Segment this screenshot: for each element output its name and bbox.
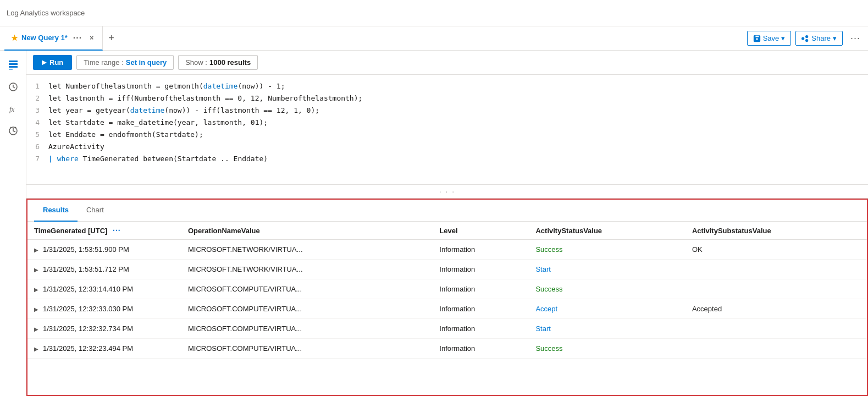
share-chevron-icon: ▾	[833, 34, 837, 42]
code-line-5: 5 let Enddate = endofmonth(Startdate);	[26, 130, 868, 142]
clock-icon	[8, 126, 18, 136]
cell-status: Start	[529, 260, 685, 279]
save-chevron-icon: ▾	[781, 34, 785, 42]
results-tbody: ▶1/31/2025, 1:53:51.900 PM MICROSOFT.NET…	[27, 240, 867, 359]
tab-close-icon[interactable]: ×	[87, 34, 96, 42]
cell-time: ▶1/31/2025, 1:53:51.900 PM	[27, 240, 181, 260]
tab-chart[interactable]: Chart	[78, 200, 113, 222]
cell-operation: MICROSOFT.NETWORK/VIRTUA...	[181, 260, 433, 279]
table-row: ▶1/31/2025, 1:53:51.712 PM MICROSOFT.NET…	[27, 260, 867, 279]
cell-time: ▶1/31/2025, 12:32:33.030 PM	[27, 299, 181, 319]
table-header-row: TimeGenerated [UTC] ··· OperationNameVal…	[27, 222, 867, 240]
tab-bar-right: Save ▾ Share ▾ ···	[747, 31, 864, 46]
cell-level: Information	[433, 240, 529, 260]
col-header-time: TimeGenerated [UTC] ···	[27, 222, 181, 240]
cell-time: ▶1/31/2025, 12:32:32.734 PM	[27, 319, 181, 339]
chart-tab-label: Chart	[86, 206, 104, 214]
cell-status: Success	[529, 240, 685, 260]
code-line-6: 6 AzureActivity	[26, 142, 868, 154]
time-range-label: Time range :	[84, 58, 124, 67]
table-row: ▶1/31/2025, 12:33:14.410 PM MICROSOFT.CO…	[27, 279, 867, 299]
show-results-button[interactable]: Show : 1000 results	[178, 55, 258, 70]
cell-substatus: Accepted	[685, 299, 867, 319]
results-area: Results Chart TimeGenerated [UTC] ·	[26, 199, 868, 396]
save-label: Save	[763, 34, 779, 42]
time-range-button[interactable]: Time range : Set in query	[76, 55, 174, 70]
tab-more-icon[interactable]: ···	[71, 33, 84, 43]
code-line-7: 7 | where TimeGenerated between(Startdat…	[26, 154, 868, 166]
functions-icon: fx	[8, 104, 18, 114]
share-label: Share	[811, 34, 831, 42]
cell-operation: MICROSOFT.COMPUTE/VIRTUA...	[181, 299, 433, 319]
table-row: ▶1/31/2025, 1:53:51.900 PM MICROSOFT.NET…	[27, 240, 867, 260]
row-expand-button[interactable]: ▶	[34, 247, 38, 253]
svg-rect-0	[9, 61, 18, 62]
row-expand-button[interactable]: ▶	[34, 346, 38, 352]
share-button[interactable]: Share ▾	[795, 31, 843, 46]
col-header-status: ActivityStatusValue	[529, 222, 685, 240]
col-header-substatus: ActivitySubstatusValue	[685, 222, 867, 240]
code-line-1: 1 let Numberofthelastmonth = getmonth(da…	[26, 81, 868, 94]
tables-icon	[8, 60, 18, 70]
editor-area: ▶ Run Time range : Set in query Show : 1…	[26, 51, 868, 396]
query-tab[interactable]: ★ New Query 1* ··· ×	[4, 26, 103, 51]
run-icon: ▶	[42, 59, 46, 66]
col-header-level: Level	[433, 222, 529, 240]
app-container: Log Analytics workspace ★ New Query 1* ·…	[0, 0, 868, 396]
cell-operation: MICROSOFT.NETWORK/VIRTUA...	[181, 240, 433, 260]
app-title: Log Analytics workspace	[7, 9, 85, 17]
tab-bar: ★ New Query 1* ··· × + Save ▾ Share ▾ ··…	[0, 26, 868, 51]
cell-operation: MICROSOFT.COMPUTE/VIRTUA...	[181, 339, 433, 359]
cell-level: Information	[433, 299, 529, 319]
sidebar-item-functions[interactable]: fx	[3, 99, 23, 119]
tab-bar-left: ★ New Query 1* ··· × +	[4, 26, 120, 51]
new-tab-button[interactable]: +	[103, 32, 120, 44]
tab-label: New Query 1*	[21, 34, 68, 42]
save-icon	[753, 35, 761, 42]
cell-time: ▶1/31/2025, 12:32:23.494 PM	[27, 339, 181, 359]
sidebar-item-history[interactable]	[3, 77, 23, 97]
svg-rect-3	[9, 69, 13, 70]
save-button[interactable]: Save ▾	[747, 31, 792, 46]
cell-status: Start	[529, 319, 685, 339]
row-expand-button[interactable]: ▶	[34, 326, 38, 332]
cell-substatus	[685, 319, 867, 339]
code-line-2: 2 let lastmonth = iff(Numberofthelastmon…	[26, 94, 868, 106]
cell-status: Success	[529, 339, 685, 359]
tab-results[interactable]: Results	[34, 200, 78, 222]
table-row: ▶1/31/2025, 12:32:23.494 PM MICROSOFT.CO…	[27, 339, 867, 359]
row-expand-button[interactable]: ▶	[34, 267, 38, 273]
cell-substatus	[685, 279, 867, 299]
cell-time: ▶1/31/2025, 12:33:14.410 PM	[27, 279, 181, 299]
cell-operation: MICROSOFT.COMPUTE/VIRTUA...	[181, 279, 433, 299]
svg-rect-1	[9, 63, 18, 65]
code-line-4: 4 let Startdate = make_datetime(year, la…	[26, 118, 868, 130]
table-row: ▶1/31/2025, 12:32:32.734 PM MICROSOFT.CO…	[27, 319, 867, 339]
cell-time: ▶1/31/2025, 1:53:51.712 PM	[27, 260, 181, 279]
run-button[interactable]: ▶ Run	[33, 55, 72, 70]
row-expand-button[interactable]: ▶	[34, 306, 38, 312]
more-options-icon[interactable]: ···	[847, 32, 864, 44]
show-value: 1000 results	[209, 58, 251, 67]
table-row: ▶1/31/2025, 12:32:33.030 PM MICROSOFT.CO…	[27, 299, 867, 319]
run-label: Run	[49, 58, 63, 67]
tab-star-icon: ★	[11, 34, 18, 42]
time-range-value: Set in query	[126, 58, 167, 67]
sidebar-item-clock[interactable]	[3, 121, 23, 141]
code-editor[interactable]: 1 let Numberofthelastmonth = getmonth(da…	[26, 75, 868, 185]
sidebar-item-tables[interactable]	[3, 55, 23, 75]
top-bar-left: Log Analytics workspace	[7, 9, 85, 17]
cell-status: Success	[529, 279, 685, 299]
col-time-dots[interactable]: ···	[109, 226, 121, 235]
top-bar: Log Analytics workspace	[0, 0, 868, 26]
sidebar: fx	[0, 51, 26, 396]
results-table: TimeGenerated [UTC] ··· OperationNameVal…	[27, 222, 867, 359]
query-toolbar: ▶ Run Time range : Set in query Show : 1…	[26, 51, 868, 75]
results-table-container[interactable]: TimeGenerated [UTC] ··· OperationNameVal…	[27, 222, 867, 395]
cell-level: Information	[433, 260, 529, 279]
row-expand-button[interactable]: ▶	[34, 287, 38, 293]
cell-level: Information	[433, 279, 529, 299]
divider-dots: · · ·	[26, 185, 868, 199]
main-content: fx ▶ Run Time range : Set in query Show …	[0, 51, 868, 396]
results-tab-label: Results	[43, 206, 69, 214]
